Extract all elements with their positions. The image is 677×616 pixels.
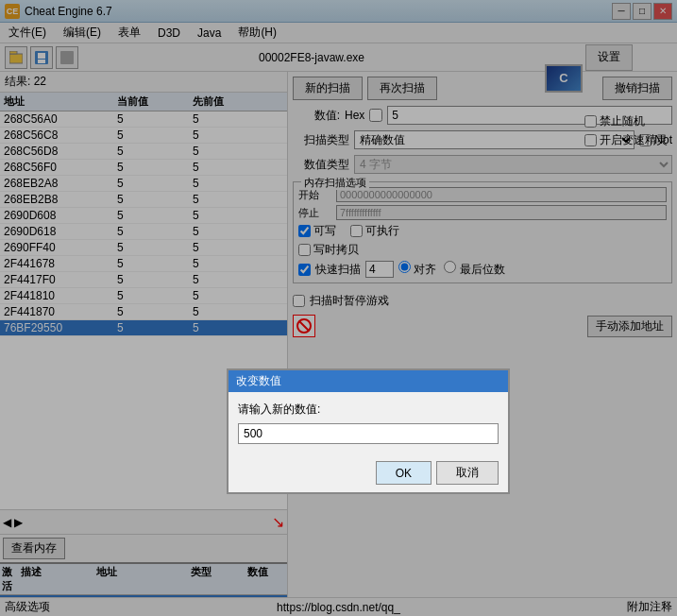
dialog-cancel-button[interactable]: 取消 (436, 461, 499, 485)
dialog-ok-button[interactable]: OK (376, 461, 432, 485)
dialog-title: 改变数值 (236, 373, 281, 389)
change-value-dialog: 改变数值 请输入新的数值: OK 取消 (227, 368, 510, 494)
dialog-overlay: 改变数值 请输入新的数值: OK 取消 (0, 0, 677, 616)
dialog-content: 请输入新的数值: (228, 392, 508, 453)
dialog-title-bar: 改变数值 (228, 370, 508, 392)
dialog-buttons: OK 取消 (228, 453, 508, 492)
dialog-input[interactable] (238, 423, 499, 444)
dialog-label: 请输入新的数值: (238, 402, 499, 418)
